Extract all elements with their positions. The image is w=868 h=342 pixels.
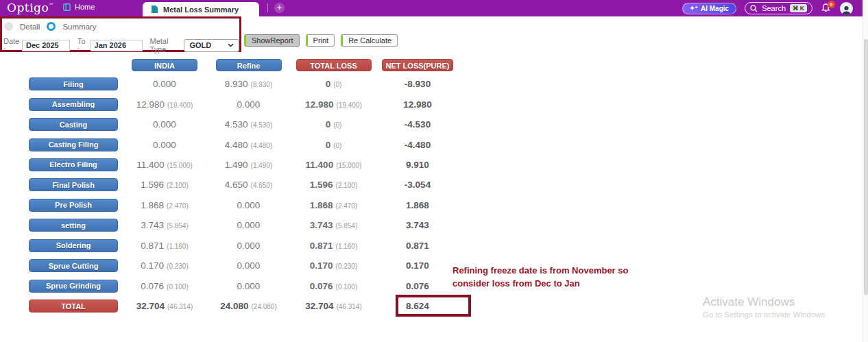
column-header-refine[interactable]: Refine bbox=[216, 59, 282, 71]
total-loss-value: 0 bbox=[326, 119, 331, 130]
refine-value: 0.000 bbox=[237, 241, 261, 251]
note-line-2: consider loss from Dec to Jan bbox=[453, 277, 679, 290]
summary-radio[interactable] bbox=[47, 22, 56, 31]
document-icon bbox=[151, 5, 158, 14]
app-logo: Optigo™ bbox=[7, 1, 54, 14]
table-body: Filing 0.000 8.930(8.930) 0(0) -8.930 As… bbox=[0, 74, 461, 316]
notifications-button[interactable]: 9 bbox=[821, 3, 832, 14]
row-label-button[interactable]: Casting bbox=[29, 118, 118, 131]
date-label: Date : bbox=[3, 37, 20, 53]
net-loss-value: -4.480 bbox=[405, 140, 431, 150]
total-loss-paren-value: (2.100) bbox=[336, 182, 358, 189]
total-loss-value: 0.871 bbox=[310, 241, 333, 251]
show-report-button[interactable]: ShowReport bbox=[244, 34, 300, 47]
activate-windows-watermark: Activate Windows Go to Settings to activ… bbox=[703, 295, 828, 319]
column-header-total-loss[interactable]: TOTAL LOSS bbox=[296, 59, 372, 71]
table-row: Casting 0.000 4.530(4.530) 0(0) -4.530 bbox=[0, 114, 461, 134]
chevron-down-icon bbox=[228, 43, 234, 47]
row-label-button[interactable]: Filing bbox=[29, 77, 118, 90]
total-loss-paren-value: (15.000) bbox=[336, 162, 361, 169]
metal-type-value: GOLD bbox=[189, 41, 211, 49]
top-nav-bar: Optigo™ Home Metal Loss Summary + ✦⁺ AI … bbox=[0, 0, 863, 16]
row-label-button[interactable]: TOTAL bbox=[29, 300, 118, 313]
refine-paren-value: (8.930) bbox=[251, 81, 273, 88]
row-label-button[interactable]: Electro Filing bbox=[29, 158, 118, 171]
column-header-net-loss-pure[interactable]: NET LOSS(PURE) bbox=[382, 59, 453, 71]
table-header-row: INDIA Refine TOTAL LOSS NET LOSS(PURE) bbox=[0, 56, 461, 74]
user-avatar[interactable] bbox=[840, 2, 853, 15]
row-label-button[interactable]: Sprue Grinding bbox=[29, 280, 118, 293]
total-loss-value: 11.400 bbox=[306, 160, 334, 170]
header-right-controls: ✦⁺ AI Magic Search ⌘ K 9 bbox=[682, 0, 853, 16]
india-value: 0.076 bbox=[141, 281, 164, 291]
refine-paren-value: (1.490) bbox=[251, 162, 273, 169]
total-loss-value: 32.704 bbox=[305, 301, 333, 311]
india-value: 0.871 bbox=[141, 241, 164, 251]
date-from-input[interactable] bbox=[22, 40, 70, 51]
table-row: Sprue Cutting 0.170(0.230) 0.000 0.170(0… bbox=[0, 256, 461, 276]
search-label: Search bbox=[762, 4, 786, 12]
column-header-india[interactable]: INDIA bbox=[132, 59, 197, 71]
table-row: Sprue Grinding 0.076(0.100) 0.000 0.076(… bbox=[0, 276, 461, 295]
metal-loss-table: INDIA Refine TOTAL LOSS NET LOSS(PURE) F… bbox=[0, 56, 461, 316]
tab-divider bbox=[267, 3, 268, 12]
net-loss-value: 0.170 bbox=[406, 260, 429, 271]
filter-fields-row: Date : To : Metal Type GOLD bbox=[3, 37, 239, 53]
total-loss-paren-value: (0.100) bbox=[336, 283, 358, 291]
home-grid-icon bbox=[63, 3, 71, 11]
india-paren-value: (46.314) bbox=[167, 303, 193, 310]
refine-value: 4.530 bbox=[225, 119, 248, 130]
india-value: 32.704 bbox=[136, 301, 165, 311]
row-label-button[interactable]: Pre Polish bbox=[29, 199, 118, 212]
scrollbar-thumb[interactable] bbox=[864, 39, 868, 295]
tab-home[interactable]: Home bbox=[63, 3, 95, 11]
filter-panel-annotation-box: Detail Summary Date : To : Metal Type GO… bbox=[0, 16, 241, 52]
net-loss-value: -8.930 bbox=[405, 79, 431, 89]
total-loss-value: 0.170 bbox=[310, 260, 333, 271]
row-label-button[interactable]: Sprue Cutting bbox=[29, 259, 118, 272]
row-label-button[interactable]: setting bbox=[29, 219, 118, 232]
refine-paren-value: (4.480) bbox=[251, 142, 273, 149]
metal-type-select[interactable]: GOLD bbox=[184, 39, 239, 52]
watermark-title: Activate Windows bbox=[703, 295, 828, 309]
total-loss-paren-value: (19.400) bbox=[337, 101, 362, 109]
search-button[interactable]: Search ⌘ K bbox=[745, 2, 812, 14]
row-label-button[interactable]: Final Polish bbox=[29, 178, 118, 191]
print-button[interactable]: Print bbox=[306, 34, 335, 47]
refine-value: 0.000 bbox=[237, 281, 261, 291]
notification-count-badge: 9 bbox=[828, 1, 835, 8]
refine-value: 0.000 bbox=[237, 220, 261, 230]
india-paren-value: (19.400) bbox=[167, 101, 193, 109]
tab-metal-loss-summary-label: Metal Loss Summary bbox=[163, 5, 239, 14]
net-loss-value: -3.054 bbox=[405, 180, 431, 190]
net-loss-value: -4.530 bbox=[405, 119, 431, 130]
row-label-button[interactable]: Casting Filing bbox=[29, 138, 118, 151]
india-value: 0.000 bbox=[153, 119, 176, 130]
total-loss-value: 1.596 bbox=[310, 180, 333, 190]
ai-magic-label: AI Magic bbox=[701, 5, 729, 12]
ai-magic-button[interactable]: ✦⁺ AI Magic bbox=[682, 3, 736, 14]
net-loss-value: 1.868 bbox=[406, 200, 429, 210]
net-loss-value: 0.076 bbox=[406, 281, 429, 291]
date-to-input[interactable] bbox=[91, 40, 143, 51]
india-value: 1.868 bbox=[141, 200, 164, 210]
table-row: TOTAL 32.704(46.314) 24.080(24.080) 32.7… bbox=[0, 296, 461, 316]
row-label-button[interactable]: Assembling bbox=[29, 98, 118, 111]
detail-radio[interactable] bbox=[4, 22, 13, 31]
refine-value: 1.490 bbox=[225, 160, 248, 170]
net-loss-value: 9.910 bbox=[406, 160, 429, 170]
vertical-scrollbar bbox=[863, 0, 868, 342]
tab-metal-loss-summary[interactable]: Metal Loss Summary bbox=[143, 2, 259, 16]
to-label: To : bbox=[77, 37, 88, 53]
refine-value: 0.000 bbox=[237, 99, 261, 110]
total-loss-paren-value: (0) bbox=[333, 81, 341, 88]
new-tab-button[interactable]: + bbox=[274, 3, 285, 13]
table-row: Assembling 12.980(19.400) 0.000 12.980(1… bbox=[0, 94, 461, 114]
india-paren-value: (2.470) bbox=[167, 202, 189, 210]
table-row: Electro Filing 11.400(15.000) 1.490(1.49… bbox=[0, 155, 461, 175]
india-paren-value: (0.230) bbox=[167, 262, 189, 270]
recalculate-button[interactable]: Re Calculate bbox=[341, 34, 398, 47]
row-label-button[interactable]: Soldering bbox=[29, 239, 118, 252]
india-paren-value: (5.854) bbox=[167, 222, 189, 230]
total-loss-paren-value: (2.470) bbox=[336, 202, 358, 210]
